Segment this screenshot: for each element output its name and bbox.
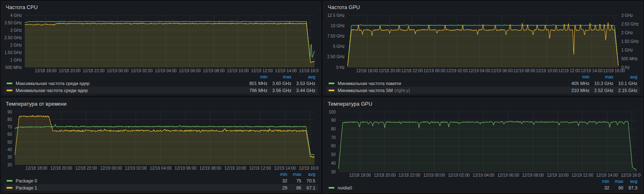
x-axis-label: 12/18 18:00 <box>26 166 47 170</box>
x-axis-label: 12/19 08:00 <box>203 69 225 73</box>
y-axis-label-left: 100 <box>329 110 336 114</box>
series-color-swatch <box>329 90 334 91</box>
y-axis-label-left: 90 <box>7 110 12 114</box>
legend-cpu-temperature: minmaxavgPackage 0327570.5Package 129866… <box>2 171 320 191</box>
legend-series-label[interactable]: nvidia0 <box>329 185 595 190</box>
legend-header-min[interactable]: min <box>595 179 609 184</box>
legend-header-min[interactable]: min <box>273 172 287 177</box>
legend-series-label[interactable]: Минимальная частота памяти <box>329 81 566 86</box>
legend-max-value: 10.3 GHz <box>590 81 613 86</box>
x-axis-label: 12/19 14:00 <box>274 166 296 170</box>
panel-title-cpu-temperature[interactable]: Температура от времени <box>2 100 320 109</box>
y-axis-label-left: 70 <box>7 125 12 129</box>
legend-series-name: nvidia0 <box>338 185 352 190</box>
legend-header-min[interactable]: min <box>244 74 268 79</box>
legend-header-avg[interactable]: avg <box>291 74 315 79</box>
legend-header-max[interactable]: max <box>590 74 613 79</box>
y-axis-label-right: 3 GHz <box>621 13 633 18</box>
panel-title-cpu-frequency[interactable]: Частота CPU <box>2 3 320 12</box>
x-axis-label: 12/19 04:00 <box>150 166 172 170</box>
y-axis-label-left: 4 GHz <box>10 13 22 18</box>
legend-header-max[interactable]: max <box>268 74 291 79</box>
cpu-frequency-chart[interactable]: 12/18 18:0012/18 20:0012/18 22:0012/19 0… <box>3 12 319 74</box>
x-axis-label: 12/19 08:00 <box>513 69 535 73</box>
x-axis-label: 12/19 14:00 <box>581 69 603 73</box>
y-axis-label-left: 20 <box>7 163 12 167</box>
legend-row: Минимальная частота памяти405 MHz10.3 GH… <box>326 80 640 87</box>
y-axis-label-left: 50 <box>7 140 12 144</box>
legend-min-value: 32 <box>595 185 609 190</box>
x-axis-label: 12/19 08:00 <box>522 173 544 177</box>
legend-row: nvidia0329087.3 <box>326 184 640 191</box>
legend-header-avg[interactable]: avg <box>623 179 637 184</box>
x-axis-label: 12/18 22:00 <box>401 69 423 73</box>
panel-title-gpu-temperature[interactable]: Температура GPU <box>324 100 642 109</box>
y-axis-label-left: 80 <box>331 127 336 131</box>
y-axis-label-left: 40 <box>331 161 336 166</box>
legend-series-suffix: (right-y) <box>394 88 410 93</box>
legend-series-label[interactable]: Package 0 <box>7 178 273 183</box>
x-axis-label: 12/19 08:00 <box>199 166 221 170</box>
y-axis-label-left: 3 GHz <box>10 28 22 33</box>
x-axis-label: 12/19 12:00 <box>251 69 273 73</box>
x-axis-label: 12/19 02:00 <box>125 166 147 170</box>
legend-max-value: 75 <box>287 178 301 183</box>
y-axis-label-left: 50 <box>331 152 336 157</box>
y-axis-label-right: 1 GHz <box>621 48 633 52</box>
legend-cpu-frequency: minmaxavgМаксимальная частота среди ядер… <box>2 74 320 94</box>
legend-min-value: 210 MHz <box>566 88 590 93</box>
series-fill <box>15 116 315 165</box>
legend-series-label[interactable]: Минимальная частота среди ядер <box>7 88 244 93</box>
legend-row: Минимальная частота среди ядер796 MHz3.5… <box>4 87 318 94</box>
cpu-temperature-chart[interactable]: 12/18 18:0012/18 20:0012/18 22:0012/19 0… <box>3 109 319 171</box>
legend-header-max[interactable]: max <box>287 172 301 177</box>
legend-row: Максимальная частота среди ядер801 MHz3.… <box>4 80 318 87</box>
gpu-frequency-chart[interactable]: 12/18 18:0012/18 20:0012/18 22:0012/19 0… <box>325 12 641 74</box>
x-axis-label: 12/19 02:00 <box>448 173 470 177</box>
x-axis-label: 12/19 16:00 <box>299 69 319 73</box>
y-axis-label-left: 30 <box>331 170 336 174</box>
panel-title-gpu-frequency[interactable]: Частота GPU <box>324 3 642 12</box>
legend-header-avg[interactable]: avg <box>613 74 637 79</box>
y-axis-label-right: 2 GHz <box>621 31 633 35</box>
gpu-temperature-chart[interactable]: 12/18 18:0012/18 20:0012/18 22:0012/19 0… <box>325 109 641 178</box>
x-axis-label: 12/19 00:00 <box>107 69 129 73</box>
legend-avg-value: 67.1 <box>301 185 315 190</box>
legend-header-avg[interactable]: avg <box>301 172 315 177</box>
legend-max-value: 2.52 GHz <box>590 88 613 93</box>
legend-min-value: 32 <box>273 178 287 183</box>
x-axis-label: 12/19 12:00 <box>249 166 271 170</box>
y-axis-label-left: 60 <box>331 144 336 148</box>
x-axis-label: 12/18 20:00 <box>374 173 395 177</box>
y-axis-label-left: 10 GHz <box>331 24 345 28</box>
y-axis-label-left: 30 <box>7 155 12 159</box>
chart-area-gpu-frequency: 12/18 18:0012/18 20:0012/18 22:0012/19 0… <box>324 12 642 74</box>
y-axis-label-left: 7.50 GHz <box>327 34 345 38</box>
x-axis-label: 12/19 04:00 <box>473 173 495 177</box>
series-color-swatch <box>7 187 12 189</box>
legend-series-label[interactable]: Package 1 <box>7 185 273 190</box>
y-axis-label-left: 80 <box>7 117 12 122</box>
legend-gpu-temperature: minmaxavgnvidia0329087.3 <box>324 178 642 191</box>
legend-header-row: minmaxavg <box>326 74 640 80</box>
legend-series-name: Package 1 <box>16 185 37 190</box>
legend-gpu-frequency: minmaxavgМинимальная частота памяти405 M… <box>324 74 642 94</box>
y-axis-label-left: 2.50 GHz <box>5 35 22 40</box>
legend-header-max[interactable]: max <box>609 179 623 184</box>
y-axis-label-left: 3.50 GHz <box>5 21 22 25</box>
legend-series-label[interactable]: Максимальная частота среди ядер <box>7 81 244 86</box>
legend-min-value: 405 MHz <box>566 81 590 86</box>
y-axis-label-left: 40 <box>7 147 12 152</box>
legend-series-label[interactable]: Минимальная частота SM(right-y) <box>329 88 566 93</box>
chart-area-cpu-frequency: 12/18 18:0012/18 20:0012/18 22:0012/19 0… <box>2 12 320 74</box>
x-axis-label: 12/19 00:00 <box>423 173 445 177</box>
legend-series-name: Package 0 <box>16 178 37 183</box>
legend-avg-value: 3.44 GHz <box>291 88 315 93</box>
y-axis-label-left: 70 <box>331 135 336 140</box>
legend-series-name: Минимальная частота SM(right-y) <box>338 88 410 93</box>
legend-series-name: Минимальная частота памяти <box>338 81 401 86</box>
legend-header-min[interactable]: min <box>566 74 590 79</box>
x-axis-label: 12/19 00:00 <box>100 166 122 170</box>
panel-gpu-temperature: Температура GPU 12/18 18:0012/18 20:0012… <box>323 98 643 193</box>
legend-avg-value: 10.1 GHz <box>613 81 637 86</box>
